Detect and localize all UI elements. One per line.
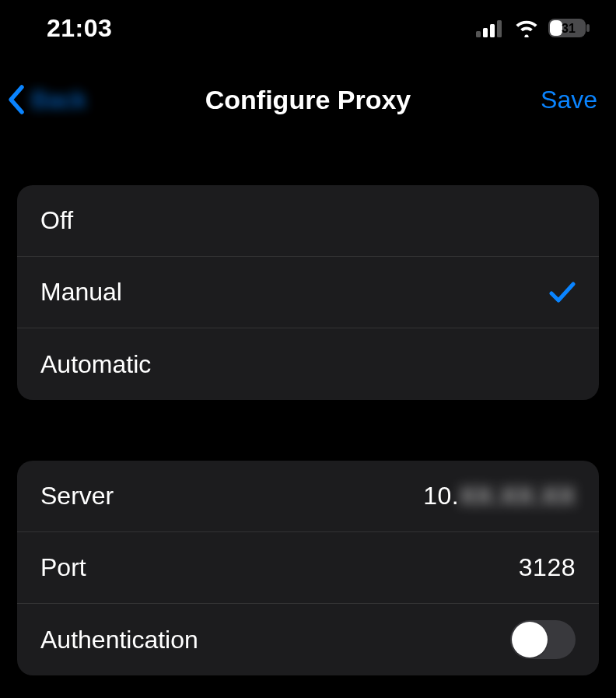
battery-icon: 31 <box>548 18 591 38</box>
cellular-icon <box>476 19 506 37</box>
nav-bar: Back Configure Proxy Save <box>0 56 616 139</box>
chevron-left-icon <box>6 84 26 115</box>
status-right: 31 <box>476 18 591 38</box>
proxy-mode-label: Manual <box>40 278 122 307</box>
server-row[interactable]: Server 10.XX.XX.XX <box>17 461 599 532</box>
svg-rect-0 <box>476 31 481 37</box>
checkmark-icon <box>548 281 576 304</box>
server-value: 10.XX.XX.XX <box>423 482 576 510</box>
svg-rect-1 <box>483 28 488 37</box>
port-row[interactable]: Port 3128 <box>17 532 599 604</box>
wifi-icon <box>513 19 540 37</box>
proxy-mode-automatic[interactable]: Automatic <box>17 328 599 400</box>
authentication-row: Authentication <box>17 604 599 675</box>
page-title: Configure Proxy <box>0 85 616 115</box>
toggle-knob <box>512 622 548 658</box>
proxy-mode-manual[interactable]: Manual <box>17 257 599 328</box>
port-label: Port <box>40 553 86 582</box>
proxy-mode-off[interactable]: Off <box>17 185 599 257</box>
svg-rect-3 <box>497 20 502 37</box>
proxy-mode-group: Off Manual Automatic <box>17 185 599 400</box>
server-label: Server <box>40 482 114 510</box>
proxy-settings-group: Server 10.XX.XX.XX Port 3128 Authenticat… <box>17 461 599 675</box>
authentication-label: Authentication <box>40 626 198 654</box>
status-time: 21:03 <box>47 14 112 43</box>
svg-rect-2 <box>490 24 495 37</box>
status-bar: 21:03 31 <box>0 0 616 56</box>
content: Off Manual Automatic Server 10.XX.XX.XX … <box>0 185 616 675</box>
svg-rect-5 <box>550 20 562 36</box>
proxy-mode-label: Automatic <box>40 350 151 379</box>
svg-rect-6 <box>586 24 590 32</box>
port-value: 3128 <box>519 553 576 582</box>
back-button[interactable]: Back <box>6 84 86 115</box>
back-label: Back <box>31 86 86 114</box>
authentication-toggle[interactable] <box>510 620 576 659</box>
svg-text:31: 31 <box>562 22 576 35</box>
proxy-mode-label: Off <box>40 206 73 235</box>
save-button[interactable]: Save <box>541 86 597 114</box>
